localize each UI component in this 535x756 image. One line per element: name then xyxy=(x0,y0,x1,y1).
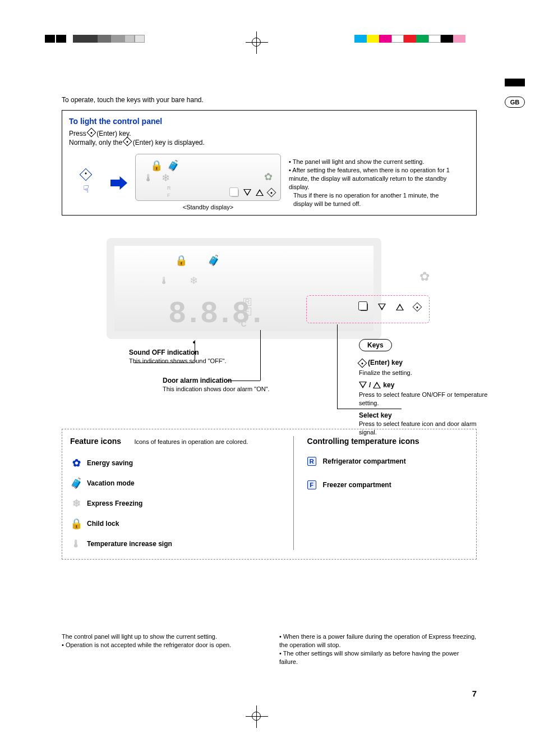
up-icon xyxy=(256,189,264,196)
select-key[interactable] xyxy=(360,303,368,311)
section-title: To light the control panel xyxy=(69,116,469,127)
leaf-icon: ✿ xyxy=(419,268,430,285)
f-icon: F xyxy=(307,480,316,489)
display-diagram: 🔒 🧳 🌡 ❄ ✿ 8.8.8. °C R F xyxy=(62,238,477,418)
standby-keys xyxy=(231,189,275,197)
text: Vacation mode xyxy=(87,479,135,488)
enter-icon xyxy=(267,188,276,198)
enter-icon xyxy=(80,168,93,181)
normally-line: Normally, only the (Enter) key is displa… xyxy=(69,138,469,147)
bottom-left: The control panel will light up to show … xyxy=(62,633,259,666)
text: Temperature increase sign xyxy=(87,539,172,548)
note-line: • After setting the features, when there… xyxy=(289,166,451,191)
note-line: • When there is a power failure during t… xyxy=(279,633,477,649)
down-key[interactable] xyxy=(378,304,386,310)
standby-label: <Standby display> xyxy=(135,203,281,212)
childlock-icon: 🔒 xyxy=(175,254,187,267)
text: Finalize the setting. xyxy=(359,369,412,376)
up-key[interactable] xyxy=(396,304,404,310)
enter-icon xyxy=(87,128,96,138)
sound-off-callout: Sound OFF indication This indication sho… xyxy=(129,348,241,365)
panel-notes: • The panel will light and show the curr… xyxy=(289,158,451,208)
callout-labels: Sound OFF indication This indication sho… xyxy=(112,345,460,418)
text: Express Freezing xyxy=(87,499,142,508)
note-line: • The other settings will show similarly… xyxy=(279,649,477,666)
bottom-notes: The control panel will light up to show … xyxy=(62,633,477,666)
rf-indicator: R F xyxy=(243,297,251,317)
leaf-icon: ✿ xyxy=(70,457,82,469)
text: Press xyxy=(69,130,88,138)
temp-icon: 🌡 xyxy=(159,274,169,287)
note-line: • The panel will light and show the curr… xyxy=(289,158,451,166)
text: (Enter) key. xyxy=(96,130,131,138)
feat-express-freezing: ❄ Express Freezing xyxy=(70,497,171,510)
feature-section: Feature icons Icons of features in opera… xyxy=(62,429,477,560)
page-content: To operate, touch the keys with your bar… xyxy=(62,95,477,666)
arrow-right-icon xyxy=(110,176,127,190)
down-icon xyxy=(359,382,367,388)
lock-icon: 🔒 xyxy=(70,517,82,530)
note-line: • Operation is not accepted while the re… xyxy=(62,641,259,649)
select-key-label: Select key xyxy=(359,411,494,420)
note-line: Thus if there is no operation for anothe… xyxy=(293,191,451,208)
text: (Enter) key is displayed. xyxy=(133,139,205,146)
vacation-icon: 🧳 xyxy=(167,159,179,172)
up-icon xyxy=(373,382,381,388)
enter-icon xyxy=(123,137,132,146)
text: Normally, only the xyxy=(69,139,124,146)
arrow-keys-label: / key xyxy=(359,381,494,391)
f-box: F xyxy=(243,308,251,315)
select-icon xyxy=(231,189,239,197)
text: (Enter) key xyxy=(368,358,403,367)
page-number: 7 xyxy=(472,688,477,699)
r-icon: R xyxy=(307,457,316,466)
vacation-icon: 🧳 xyxy=(207,254,220,267)
snowflake-icon: ❄ xyxy=(70,497,82,510)
text: Refrigerator compartment xyxy=(323,457,406,466)
label-body: This indication shows door alarm "ON". xyxy=(163,386,270,392)
press-line: Press (Enter) key. xyxy=(69,129,469,138)
door-alarm-callout: Door alarm indication This indication sh… xyxy=(163,376,275,393)
enter-key-initial: ☟ xyxy=(69,161,103,205)
feat-vacation: 🧳 Vacation mode xyxy=(70,477,171,489)
snowflake-icon: ❄ xyxy=(162,171,170,185)
crop-marks-bottom xyxy=(0,700,535,734)
enter-key-label: (Enter) key xyxy=(359,358,494,368)
feat-refrigerator: R Refrigerator compartment xyxy=(307,457,468,466)
thermometer-icon: 🌡 xyxy=(70,538,82,550)
unit-label: °C xyxy=(238,319,247,329)
top-icon-row: 🔒 🧳 xyxy=(175,254,220,267)
column-divider xyxy=(293,436,294,550)
light-panel-section: To light the control panel Press (Enter)… xyxy=(62,110,477,216)
r-box: R xyxy=(243,298,251,306)
crop-mark-bottom xyxy=(246,705,268,728)
text: Press to select feature ON/OFF or temper… xyxy=(359,391,487,406)
label-body: This indication shows sound "OFF". xyxy=(129,358,227,364)
hand-icon: ☟ xyxy=(83,182,89,196)
keys-pill: Keys xyxy=(359,339,392,351)
intro-text: To operate, touch the keys with your bar… xyxy=(62,95,477,104)
thumb-tab xyxy=(505,79,525,86)
feat-freezer: F Freezer compartment xyxy=(307,480,468,489)
bottom-right: • When there is a power failure during t… xyxy=(279,633,477,666)
standby-display: 🔒 🧳 🌡 ❄ ✿ RF xyxy=(135,154,281,201)
standby-row: ☟ 🔒 🧳 🌡 ❄ ✿ RF < xyxy=(69,154,469,212)
key-row xyxy=(360,303,421,311)
suitcase-icon: 🧳 xyxy=(70,477,82,489)
keys-callout: Keys (Enter) key Finalize the setting. /… xyxy=(359,339,494,436)
text: key xyxy=(383,381,394,390)
enter-icon xyxy=(358,358,367,368)
enter-key[interactable] xyxy=(413,303,422,312)
display-panel: 🔒 🧳 🌡 ❄ ✿ 8.8.8. °C R F xyxy=(107,238,381,339)
down-icon xyxy=(243,189,251,196)
feature-icons-col: Feature icons Icons of features in opera… xyxy=(70,436,280,550)
feature-heading: Feature icons xyxy=(70,436,121,447)
childlock-icon: 🔒 xyxy=(150,159,163,172)
note-line: The control panel will light up to show … xyxy=(62,633,259,641)
mid-icon-row: 🌡 ❄ xyxy=(159,274,198,287)
label-title: Sound OFF indication xyxy=(129,348,241,357)
leaf-icon: ✿ xyxy=(264,170,273,184)
crop-mark-top xyxy=(246,31,268,54)
snowflake-icon: ❄ xyxy=(190,274,198,287)
feat-energy-saving: ✿ Energy saving xyxy=(70,457,171,469)
